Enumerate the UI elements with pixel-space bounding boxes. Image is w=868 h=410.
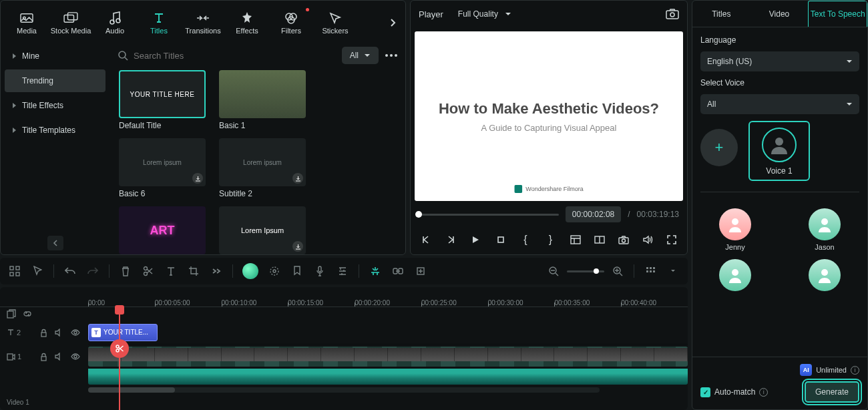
thumb-default-title[interactable]: YOUR TITLE HERE Default Title — [119, 70, 206, 130]
scrollbar-thumb[interactable] — [88, 387, 175, 393]
tabs-overflow-button[interactable] — [384, 13, 401, 33]
download-icon[interactable] — [292, 241, 303, 252]
more-options-button[interactable] — [385, 54, 397, 57]
camera-button[interactable] — [618, 234, 630, 246]
tab-transitions[interactable]: Transitions — [181, 9, 225, 36]
snapshot-button[interactable] — [666, 9, 679, 19]
download-icon[interactable] — [192, 173, 203, 184]
ai-tools-button[interactable] — [242, 263, 258, 279]
video-clip[interactable] — [88, 347, 688, 367]
fullscreen-button[interactable] — [666, 234, 678, 246]
sidebar-item-trending[interactable]: Trending — [5, 69, 105, 92]
zoom-knob[interactable] — [594, 268, 599, 274]
magnet-button[interactable] — [369, 264, 382, 278]
visibility-icon[interactable] — [71, 353, 80, 360]
mute-icon[interactable] — [55, 329, 64, 337]
scrub-thumb[interactable] — [415, 211, 422, 218]
play-button[interactable] — [470, 234, 481, 246]
split-indicator-icon[interactable] — [110, 339, 129, 358]
sidebar-item-title-effects[interactable]: Title Effects — [5, 94, 105, 117]
voice-filter-select[interactable]: All — [700, 94, 859, 114]
sidebar-item-title-templates[interactable]: Title Templates — [5, 119, 105, 142]
thumb-subtitle2[interactable]: Lorem ipsum Subtitle 2 — [219, 138, 306, 198]
crop-tool[interactable] — [187, 264, 200, 278]
generate-button[interactable]: Generate — [805, 381, 859, 403]
download-icon[interactable] — [292, 173, 303, 184]
redo-button[interactable] — [86, 264, 99, 278]
prev-frame-button[interactable] — [420, 234, 431, 246]
compare-button[interactable] — [594, 234, 606, 246]
playhead-handle[interactable] — [115, 305, 124, 315]
tab-audio[interactable]: Audio — [93, 9, 137, 36]
voice-option[interactable] — [719, 259, 751, 291]
mic-button[interactable] — [313, 264, 327, 278]
tab-filters[interactable]: Filters — [269, 9, 313, 36]
info-icon[interactable]: i — [759, 388, 768, 397]
add-track-button[interactable] — [8, 264, 21, 278]
cursor-tool[interactable] — [31, 264, 44, 278]
more-tools[interactable] — [210, 264, 223, 278]
text-tool[interactable] — [164, 264, 178, 278]
next-frame-button[interactable] — [445, 234, 456, 246]
marker-button[interactable] — [290, 264, 304, 278]
filter-dropdown[interactable]: All — [342, 47, 379, 64]
layout-button[interactable] — [570, 234, 582, 246]
time-ruler[interactable]: 00:00 00:00:05:00 00:00:10:00 00:00:15:0… — [0, 287, 688, 307]
view-dropdown[interactable] — [666, 264, 680, 278]
split-button[interactable] — [142, 264, 155, 278]
volume-button[interactable] — [642, 234, 654, 246]
voice-card-selected[interactable]: Voice 1 — [748, 121, 810, 181]
mark-in-button[interactable]: { — [519, 234, 531, 246]
tab-stickers[interactable]: Stickers — [313, 9, 357, 36]
tab-titles-props[interactable]: Titles — [692, 1, 750, 27]
undo-button[interactable] — [63, 264, 77, 278]
thumb-basic1[interactable]: Basic 1 — [219, 70, 306, 130]
thumb-art[interactable]: ART — [119, 206, 206, 254]
tab-media[interactable]: Media — [5, 9, 49, 36]
playhead[interactable] — [119, 307, 120, 410]
audio-mixer-button[interactable] — [336, 264, 349, 278]
delete-button[interactable] — [119, 264, 132, 278]
video-track-row[interactable] — [88, 345, 688, 369]
zoom-out-button[interactable] — [547, 264, 560, 278]
info-icon[interactable]: i — [851, 366, 859, 375]
audio-track-row[interactable] — [88, 369, 688, 385]
lock-icon[interactable] — [39, 353, 48, 361]
quality-dropdown[interactable]: Full Quality — [451, 7, 518, 21]
speed-button[interactable] — [268, 264, 281, 278]
zoom-slider[interactable] — [567, 270, 604, 272]
thumb-basic6[interactable]: Lorem ipsum Basic 6 — [119, 138, 206, 198]
automatch-checkbox[interactable]: ✓ Auto-match i — [700, 387, 768, 397]
view-grid-button[interactable] — [644, 264, 657, 278]
audio-waveform[interactable] — [88, 369, 688, 385]
tab-effects[interactable]: Effects — [225, 9, 269, 36]
lock-icon[interactable] — [39, 329, 48, 337]
tab-stock-media[interactable]: Stock Media — [49, 9, 93, 36]
link-button[interactable] — [391, 264, 405, 278]
add-voice-button[interactable]: + — [700, 129, 738, 166]
visibility-icon[interactable] — [71, 329, 80, 336]
stop-button[interactable] — [495, 234, 506, 246]
sidebar-collapse-button[interactable] — [47, 236, 63, 250]
title-clip[interactable]: T YOUR TITLE... — [88, 324, 158, 341]
copy-icon[interactable] — [7, 309, 16, 319]
voice-jenny[interactable]: Jenny — [719, 208, 751, 251]
voice-option[interactable] — [809, 259, 841, 291]
player-preview[interactable]: How to Make Aesthetic Videos? A Guide to… — [415, 31, 683, 201]
thumb-lorem[interactable]: Lorem Ipsum — [219, 206, 306, 254]
mark-out-button[interactable]: } — [545, 234, 556, 246]
sidebar-item-mine[interactable]: Mine — [5, 45, 105, 67]
tab-tts[interactable]: Text To Speech — [808, 1, 867, 27]
link-icon[interactable] — [23, 309, 32, 319]
search-field[interactable] — [118, 50, 267, 61]
timeline-scrollbar[interactable] — [88, 387, 600, 393]
text-track-row[interactable]: T YOUR TITLE... — [88, 321, 688, 345]
scrub-track[interactable] — [419, 214, 559, 216]
search-input[interactable] — [134, 51, 267, 61]
tab-titles[interactable]: Titles — [137, 9, 181, 36]
keyframe-button[interactable] — [414, 264, 427, 278]
tab-video-props[interactable]: Video — [750, 1, 809, 27]
mute-icon[interactable] — [55, 353, 64, 361]
zoom-in-button[interactable] — [611, 264, 624, 278]
voice-jason[interactable]: Jason — [809, 208, 841, 251]
